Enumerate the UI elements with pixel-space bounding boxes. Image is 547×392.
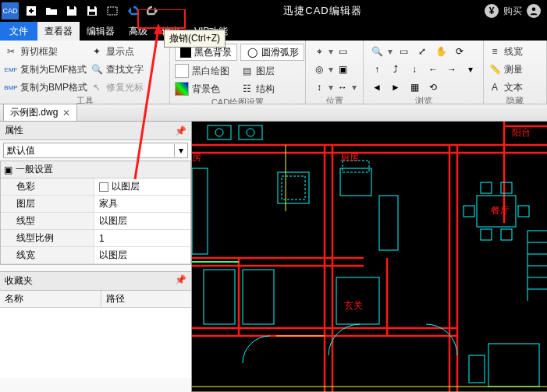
zoom-in-icon[interactable]: 🔍 bbox=[368, 44, 385, 59]
favorites-body[interactable] bbox=[0, 308, 191, 378]
chevron-down-icon[interactable]: ▾ bbox=[328, 44, 334, 59]
ribbon-group-hidden: ≡线宽 📏测量 A文本 隐藏 bbox=[484, 41, 547, 104]
pos-btn-5[interactable]: ↕ bbox=[311, 79, 328, 95]
properties-title: 属性 bbox=[5, 124, 23, 137]
filter-input[interactable] bbox=[3, 143, 188, 158]
view-box-icon[interactable]: ▦ bbox=[406, 79, 423, 95]
buy-link[interactable]: 购买 bbox=[503, 5, 522, 18]
view-prev-icon[interactable]: ◄ bbox=[368, 79, 385, 95]
chevron-down-icon[interactable]: ▾ bbox=[174, 144, 186, 157]
filter-combo[interactable]: ▾ bbox=[3, 143, 188, 158]
svg-rect-3 bbox=[89, 12, 95, 15]
layer-item[interactable]: ▤图层 bbox=[240, 63, 304, 79]
pg-row-linetype[interactable]: 线型 以图层 bbox=[1, 213, 190, 230]
text-item[interactable]: A文本 bbox=[488, 79, 523, 95]
nav-back-icon[interactable]: ← bbox=[424, 62, 442, 77]
room-label: 厨房 bbox=[340, 152, 359, 163]
text-icon: A bbox=[488, 81, 501, 94]
nav-rot-icon[interactable]: ⤴ bbox=[387, 62, 404, 77]
pg-row-lineweight[interactable]: 线宽 以图层 bbox=[1, 247, 190, 264]
nav-fwd-icon[interactable]: → bbox=[443, 62, 460, 77]
arc-smooth-chip[interactable]: ◯圆滑弧形 bbox=[240, 44, 304, 61]
pg-row-color[interactable]: 色彩 以图层 bbox=[1, 178, 190, 196]
search-icon: 🔍 bbox=[91, 63, 103, 76]
selbox-icon[interactable]: ▭ bbox=[395, 44, 412, 59]
view-next-icon[interactable]: ► bbox=[387, 79, 404, 95]
coin-icon[interactable]: ¥ bbox=[485, 4, 499, 18]
group-label-browse: 浏览 bbox=[368, 95, 478, 104]
find-text-item[interactable]: 🔍 查找文字 bbox=[91, 62, 144, 77]
nav-dd-icon[interactable]: ▾ bbox=[462, 62, 479, 77]
open-icon[interactable] bbox=[44, 3, 59, 19]
svg-rect-10 bbox=[239, 125, 262, 139]
ruler-icon: 📏 bbox=[488, 63, 501, 76]
document-tab[interactable]: 示例图.dwg ✕ bbox=[3, 104, 77, 121]
pos-btn-6[interactable]: ↔ bbox=[334, 79, 351, 95]
saveas-icon[interactable] bbox=[84, 3, 100, 19]
collapse-icon[interactable]: ▣ bbox=[4, 164, 12, 175]
nav-up-icon[interactable]: ↑ bbox=[368, 62, 385, 77]
bw-icon bbox=[175, 64, 189, 78]
copy-bmp-item[interactable]: BMP 复制为BMP格式 bbox=[5, 79, 87, 95]
show-point-item[interactable]: ✦ 显示点 bbox=[91, 44, 144, 59]
svg-rect-18 bbox=[481, 182, 492, 193]
svg-rect-19 bbox=[501, 182, 512, 193]
fav-col-path[interactable]: 路径 bbox=[101, 291, 130, 307]
room-label: 阳台 bbox=[512, 127, 531, 138]
svg-rect-23 bbox=[518, 206, 529, 217]
pin-icon[interactable]: 📌 bbox=[175, 274, 186, 288]
document-tab-strip: 示例图.dwg ✕ bbox=[0, 104, 547, 122]
close-tab-icon[interactable]: ✕ bbox=[62, 108, 70, 118]
bg-color-item[interactable]: 背景色 bbox=[175, 81, 237, 97]
checkbox-icon[interactable] bbox=[99, 182, 108, 192]
pg-row-layer[interactable]: 图层 家具 bbox=[1, 196, 190, 213]
zoom-ext-icon[interactable]: ⤢ bbox=[414, 44, 431, 59]
copy-emf-item[interactable]: EMF 复制为EMF格式 bbox=[5, 62, 87, 77]
menu-file[interactable]: 文件 bbox=[0, 22, 37, 41]
view-refresh-icon[interactable]: ⟲ bbox=[424, 79, 442, 95]
group-label-position: 位置 bbox=[311, 95, 358, 104]
undo-icon[interactable] bbox=[125, 3, 140, 19]
linewidth-icon: ≡ bbox=[488, 45, 501, 58]
ribbon-group-tools: ✂ 剪切框架 EMF 复制为EMF格式 BMP 复制为BMP格式 ✦ 显示点 bbox=[0, 41, 170, 104]
scissors-icon: ✂ bbox=[5, 45, 17, 58]
nav-down-icon[interactable]: ↓ bbox=[406, 62, 423, 77]
cursor-icon: ↖ bbox=[91, 81, 103, 94]
fav-col-name[interactable]: 名称 bbox=[0, 291, 101, 307]
point-icon: ✦ bbox=[91, 45, 103, 58]
svg-rect-29 bbox=[204, 270, 235, 324]
redo-icon[interactable] bbox=[145, 3, 161, 19]
save-icon[interactable] bbox=[64, 3, 80, 19]
menu-editor[interactable]: 编辑器 bbox=[80, 22, 122, 41]
screenshot-icon[interactable] bbox=[105, 3, 120, 19]
room-label: 房 bbox=[192, 152, 201, 163]
pg-row-ltscale[interactable]: 线型比例 1 bbox=[1, 230, 190, 247]
pos-btn-2[interactable]: ▭ bbox=[334, 44, 351, 59]
svg-rect-21 bbox=[501, 229, 512, 240]
clip-frame-item[interactable]: ✂ 剪切框架 bbox=[5, 44, 87, 59]
room-label: 餐厅 bbox=[491, 205, 510, 216]
pan-icon[interactable]: ✋ bbox=[432, 44, 449, 59]
drawing-canvas[interactable]: 房 厨房 阳台 餐厅 玄关 bbox=[192, 122, 547, 392]
pos-btn-4[interactable]: ▣ bbox=[334, 62, 351, 77]
title-bar: CAD 迅捷CAD编辑器 ¥ 购买 bbox=[0, 0, 547, 22]
bw-draw-item[interactable]: 黑白绘图 bbox=[175, 63, 237, 79]
structure-item[interactable]: ☷结构 bbox=[240, 81, 304, 97]
group-label-drawsettings: CAD绘图设置 bbox=[175, 97, 300, 104]
svg-rect-13 bbox=[278, 172, 309, 203]
menu-viewer[interactable]: 查看器 bbox=[37, 22, 80, 41]
ribbon-group-position: ⌖▾▭ ◎▾▣ ↕▾↔▾ 位置 bbox=[306, 41, 364, 104]
pos-btn-3[interactable]: ◎ bbox=[311, 62, 328, 77]
measure-item[interactable]: 📏测量 bbox=[488, 62, 523, 77]
user-icon[interactable] bbox=[527, 4, 541, 18]
orbit-icon[interactable]: ⟳ bbox=[451, 44, 468, 59]
menu-advanced[interactable]: 高级 bbox=[122, 22, 155, 41]
property-grid: ▣ 一般设置 色彩 以图层 图层 家具 线型 以图层 线型比例 1 线宽 以图层 bbox=[0, 161, 191, 265]
pin-icon[interactable]: 📌 bbox=[175, 125, 186, 136]
pos-btn-1[interactable]: ⌖ bbox=[311, 44, 328, 59]
linewidth-item[interactable]: ≡线宽 bbox=[488, 44, 523, 59]
app-icon: CAD bbox=[2, 2, 19, 19]
pg-section-general[interactable]: ▣ 一般设置 bbox=[1, 161, 190, 178]
ribbon-group-browse: 🔍▾ ▭ ⤢ ✋ ⟳ ↑ ⤴ ↓ ← → ▾ ◄ ► ▦ bbox=[364, 41, 484, 104]
new-icon[interactable] bbox=[23, 3, 39, 19]
